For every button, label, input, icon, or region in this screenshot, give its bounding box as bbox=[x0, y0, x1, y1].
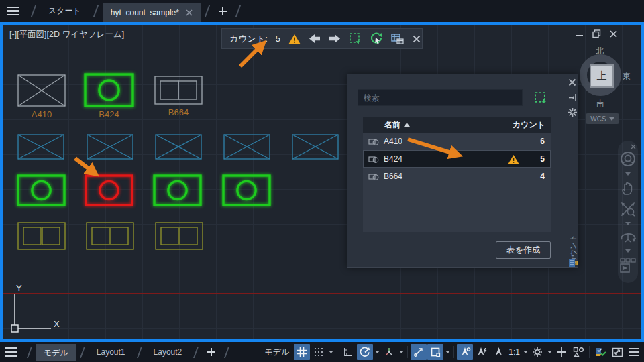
tab-separator bbox=[80, 347, 85, 358]
table-row[interactable]: B6644 bbox=[363, 168, 551, 185]
create-table-button[interactable]: 表を作成 bbox=[496, 241, 551, 259]
drawing-block[interactable] bbox=[18, 75, 65, 106]
drawing-block[interactable] bbox=[223, 176, 270, 205]
chevron-down-icon[interactable] bbox=[522, 344, 529, 360]
block-reference-icon bbox=[364, 155, 384, 164]
restore-icon[interactable] bbox=[591, 28, 602, 39]
crosshair-plus-icon[interactable] bbox=[553, 344, 570, 360]
close-icon[interactable] bbox=[413, 35, 421, 43]
create-report-icon[interactable] bbox=[391, 33, 405, 45]
annotation-scale-value[interactable]: 1:1 bbox=[507, 347, 521, 357]
table-row[interactable]: B4245 bbox=[363, 150, 551, 168]
chevron-down-icon[interactable] bbox=[444, 344, 451, 360]
viewcube-east[interactable]: 東 bbox=[623, 71, 631, 82]
auto-hide-pin-icon[interactable] bbox=[568, 93, 577, 102]
pan-hand-icon[interactable] bbox=[620, 180, 636, 196]
chevron-down-icon[interactable] bbox=[398, 344, 405, 360]
tab-separator bbox=[136, 347, 142, 358]
workspace-gear-icon[interactable] bbox=[529, 344, 545, 360]
autocad-window: スタート hyt_count_sample* A410B424B664 [-][… bbox=[0, 0, 644, 362]
block-reference-icon bbox=[364, 137, 384, 146]
warning-icon[interactable] bbox=[288, 34, 301, 44]
drawing-block[interactable] bbox=[18, 223, 65, 249]
table-row[interactable]: A4106 bbox=[363, 133, 551, 150]
drawing-block[interactable] bbox=[87, 135, 133, 159]
object-snap-icon[interactable] bbox=[427, 344, 443, 360]
drawing-block[interactable] bbox=[86, 176, 132, 205]
select-objects-icon[interactable] bbox=[349, 32, 362, 45]
column-name[interactable]: 名前 bbox=[384, 119, 410, 131]
polar-tracking-icon[interactable] bbox=[357, 344, 373, 360]
count-table: 名前 カウント A4106B4245B6644 bbox=[363, 117, 551, 232]
viewcube-top-face[interactable]: 上 bbox=[590, 64, 614, 88]
chevron-down-icon[interactable] bbox=[546, 344, 553, 360]
chevron-down-icon[interactable] bbox=[625, 222, 631, 225]
tab-separator bbox=[31, 5, 36, 17]
properties-icon[interactable] bbox=[568, 108, 577, 117]
isolate-objects-icon[interactable] bbox=[570, 344, 586, 360]
ucs-x-label: X bbox=[54, 319, 60, 329]
viewcube-south[interactable]: 南 bbox=[596, 98, 604, 109]
orbit-icon[interactable] bbox=[619, 230, 637, 245]
drawing-block[interactable] bbox=[87, 223, 133, 249]
tab-current-drawing[interactable]: hyt_count_sample* bbox=[103, 3, 201, 22]
tab-start-label: スタート bbox=[48, 5, 81, 17]
drawing-block[interactable] bbox=[292, 135, 338, 159]
new-tab-button[interactable] bbox=[214, 3, 231, 20]
snap-icon[interactable] bbox=[311, 344, 327, 360]
grid-icon[interactable] bbox=[294, 344, 310, 360]
drawing-block[interactable] bbox=[155, 76, 202, 104]
tab-layout1[interactable]: Layout1 bbox=[89, 342, 133, 362]
close-icon[interactable] bbox=[608, 28, 619, 39]
tab-model[interactable]: モデル bbox=[36, 344, 76, 361]
layout-menu-icon[interactable] bbox=[0, 342, 23, 362]
drawing-block[interactable] bbox=[156, 135, 201, 159]
tab-start[interactable]: スタート bbox=[40, 0, 89, 22]
tab-separator bbox=[27, 347, 32, 358]
annotation-scale-icon[interactable] bbox=[490, 344, 506, 360]
drawing-block[interactable] bbox=[18, 135, 64, 159]
chevron-down-icon[interactable] bbox=[327, 344, 334, 360]
annotation-autoscale-icon[interactable] bbox=[474, 344, 490, 360]
drawing-canvas[interactable]: A410B424B664 [-][平面図][2D ワイヤフレーム] カウント: … bbox=[3, 25, 641, 339]
sort-ascending-icon bbox=[404, 123, 410, 127]
chevron-down-icon[interactable] bbox=[374, 344, 380, 360]
status-toggles: モデル bbox=[260, 344, 644, 360]
drawing-block[interactable] bbox=[85, 74, 133, 106]
count-palette-icon[interactable] bbox=[569, 258, 578, 269]
column-count[interactable]: カウント bbox=[513, 119, 545, 131]
chevron-down-icon[interactable] bbox=[625, 249, 631, 253]
annotation-visibility-icon[interactable] bbox=[457, 344, 473, 360]
chevron-down-icon[interactable] bbox=[625, 172, 631, 176]
search-input[interactable] bbox=[358, 89, 523, 106]
drawing-block[interactable] bbox=[156, 223, 203, 249]
isometric-drafting-icon[interactable] bbox=[381, 344, 397, 360]
next-arrow-icon[interactable] bbox=[329, 34, 341, 44]
select-objects-icon[interactable] bbox=[534, 91, 547, 107]
app-menu-icon[interactable] bbox=[0, 0, 27, 22]
ortho-icon[interactable] bbox=[340, 344, 356, 360]
clean-screen-icon[interactable] bbox=[609, 344, 625, 360]
block-reference-icon bbox=[364, 172, 384, 181]
zoom-icon[interactable] bbox=[620, 201, 636, 217]
drawing-block[interactable] bbox=[18, 176, 64, 205]
customization-icon[interactable] bbox=[626, 344, 642, 360]
minimize-icon[interactable] bbox=[574, 28, 585, 39]
close-icon[interactable] bbox=[568, 78, 576, 86]
hardware-acceleration-icon[interactable] bbox=[592, 344, 608, 360]
warning-icon bbox=[508, 154, 519, 164]
new-layout-button[interactable] bbox=[203, 343, 220, 361]
drawing-block[interactable] bbox=[154, 176, 201, 205]
show-motion-icon[interactable] bbox=[619, 257, 637, 275]
model-space-label[interactable]: モデル bbox=[264, 347, 289, 358]
close-tab-icon[interactable] bbox=[186, 9, 193, 16]
steering-wheel-icon[interactable] bbox=[619, 150, 637, 168]
tab-layout2[interactable]: Layout2 bbox=[146, 342, 190, 362]
drawing-block[interactable] bbox=[224, 135, 270, 159]
object-snap-tracking-icon[interactable] bbox=[411, 344, 427, 360]
zoom-to-selected-icon[interactable] bbox=[370, 32, 383, 45]
previous-arrow-icon[interactable] bbox=[309, 34, 321, 44]
row-name: B424 bbox=[384, 154, 402, 164]
viewport-controls-label[interactable]: [-][平面図][2D ワイヤフレーム] bbox=[9, 29, 124, 40]
wcs-dropdown[interactable]: WCS bbox=[586, 113, 619, 124]
